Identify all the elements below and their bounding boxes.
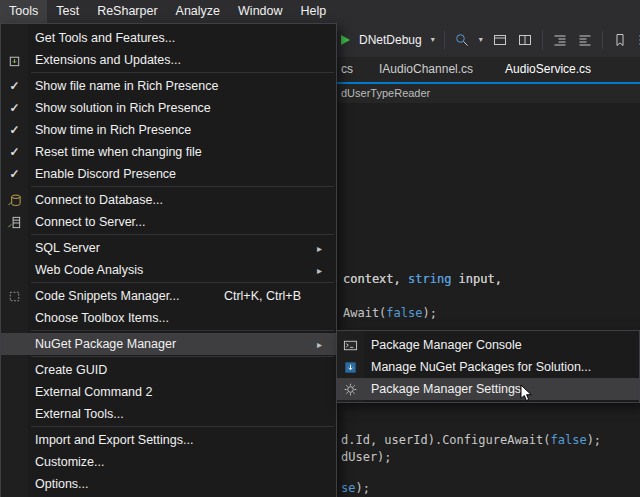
menu-item-external-tools[interactable]: External Tools... [1,403,336,425]
vs-window: context, string input, context, string i… [0,0,640,497]
menu-item-label: NuGet Package Manager [35,337,176,351]
toolbar-separator [602,31,603,49]
code-fragment: dUser); [341,450,392,464]
start-debug-icon[interactable] [341,35,350,45]
code-snippets-icon [7,289,22,304]
menu-item-label: Reset time when changing file [35,145,202,159]
menu-separator [31,426,334,427]
menu-item-show-solution[interactable]: ✓ Show solution in Rich Presence [1,97,336,119]
menu-separator [31,186,334,187]
menu-test[interactable]: Test [47,0,88,23]
menu-item-choose-toolbox[interactable]: Choose Toolbox Items... [1,307,336,329]
menu-item-label: Enable Discord Presence [35,167,176,181]
debug-target-label[interactable]: DNetDebug [359,33,422,47]
menu-item-connect-server[interactable]: Connect to Server... [1,211,336,233]
toolbar-separator [444,31,445,49]
menu-item-label: Import and Export Settings... [35,433,193,447]
menu-item-package-manager-settings[interactable]: Package Manager Settings [337,378,639,400]
menu-item-label: Show file name in Rich Presence [35,79,218,93]
indent-increase-icon[interactable] [577,32,593,48]
menu-item-label: External Tools... [35,407,124,421]
menu-item-enable-discord[interactable]: ✓ Enable Discord Presence [1,163,336,185]
menu-item-extensions[interactable]: Extensions and Updates... [1,49,336,71]
menu-item-label: Show time in Rich Presence [35,123,191,137]
menu-item-nuget-package-manager[interactable]: NuGet Package Manager ▸ [1,333,336,355]
menu-item-show-filename[interactable]: ✓ Show file name in Rich Presence [1,75,336,97]
menu-item-label: Connect to Server... [35,215,145,229]
menu-item-label: Web Code Analysis [35,263,143,277]
menu-item-connect-database[interactable]: Connect to Database... [1,189,336,211]
menu-separator [31,356,334,357]
extensions-icon [7,53,22,68]
tab-audioservice[interactable]: AudioService.cs [489,57,607,82]
menu-resharper[interactable]: ReSharper [88,0,166,23]
menu-help[interactable]: Help [292,0,336,23]
menu-item-package-manager-console[interactable]: Package Manager Console [337,334,639,356]
checkmark-icon: ✓ [9,123,19,137]
nuget-submenu-popup: Package Manager Console Manage NuGet Pac… [336,330,640,403]
indent-decrease-icon[interactable] [552,32,568,48]
menu-window[interactable]: Window [229,0,291,23]
menu-item-label: Create GUID [35,363,107,377]
code-fragment: se); [341,481,370,495]
menu-item-label: Package Manager Settings [371,382,521,396]
menu-item-manage-nuget-packages[interactable]: Manage NuGet Packages for Solution... [337,356,639,378]
menu-item-label: Code Snippets Manager... [35,289,180,303]
checkmark-icon: ✓ [9,145,19,159]
search-icon[interactable] [454,32,470,48]
chevron-down-icon[interactable]: ▾ [431,36,435,44]
checkmark-icon: ✓ [9,101,19,115]
menu-item-code-snippets[interactable]: Code Snippets Manager... Ctrl+K, Ctrl+B [1,285,336,307]
menu-item-web-code-analysis[interactable]: Web Code Analysis ▸ [1,259,336,281]
code-fragment: Await(false); [343,306,437,320]
bookmark-icon[interactable] [612,32,628,48]
menu-item-label: Show solution in Rich Presence [35,101,211,115]
menu-item-reset-time[interactable]: ✓ Reset time when changing file [1,141,336,163]
connect-database-icon [7,193,22,208]
menu-separator [31,330,334,331]
split-window-icon[interactable] [517,32,533,48]
tab-iaudiochannel[interactable]: IAudioChannel.cs [363,57,489,82]
menu-item-import-export-settings[interactable]: Import and Export Settings... [1,429,336,451]
menu-item-label: Extensions and Updates... [35,53,181,67]
submenu-arrow-icon: ▸ [317,243,322,254]
console-icon [343,338,358,353]
menu-item-label: Choose Toolbox Items... [35,311,169,325]
menu-item-label: Manage NuGet Packages for Solution... [371,360,591,374]
checkmark-icon: ✓ [9,167,19,181]
connect-server-icon [7,215,22,230]
toolbar-separator [542,31,543,49]
code-fragment: context, string input, [343,272,502,286]
code-fragment: d.Id, userId).ConfigureAwait(false); [341,433,601,447]
menu-item-options[interactable]: Options... [1,473,336,495]
new-window-icon[interactable] [492,32,508,48]
menu-separator [31,234,334,235]
checkmark-icon: ✓ [9,79,19,93]
submenu-arrow-icon: ▸ [317,339,322,350]
menu-item-label: Options... [35,477,89,491]
tools-menu-popup: Get Tools and Features... Extensions and… [0,23,337,497]
menu-bar: Tools Test ReSharper Analyze Window Help [0,0,640,23]
menu-item-label: SQL Server [35,241,100,255]
menu-item-label: External Command 2 [35,385,152,399]
menu-analyze[interactable]: Analyze [167,0,229,23]
menu-item-label: Package Manager Console [371,338,522,352]
menu-item-sql-server[interactable]: SQL Server ▸ [1,237,336,259]
submenu-arrow-icon: ▸ [317,265,322,276]
menu-item-create-guid[interactable]: Create GUID [1,359,336,381]
tab-cut-file[interactable]: cs [338,57,363,82]
menu-item-label: Customize... [35,455,104,469]
menu-separator [31,72,334,73]
chevron-down-icon[interactable]: ▾ [479,36,483,44]
menu-item-customize[interactable]: Customize... [1,451,336,473]
manage-packages-icon [343,360,358,375]
menu-item-label: Get Tools and Features... [35,31,175,45]
menu-item-get-tools[interactable]: Get Tools and Features... [1,27,336,49]
breadcrumb-member[interactable]: dUserTypeReader [341,87,430,99]
gear-icon [343,382,358,397]
menu-item-show-time[interactable]: ✓ Show time in Rich Presence [1,119,336,141]
menu-item-external-command-2[interactable]: External Command 2 [1,381,336,403]
menu-item-shortcut: Ctrl+K, Ctrl+B [224,289,301,303]
menu-tools[interactable]: Tools [0,0,47,23]
menu-item-label: Connect to Database... [35,193,163,207]
